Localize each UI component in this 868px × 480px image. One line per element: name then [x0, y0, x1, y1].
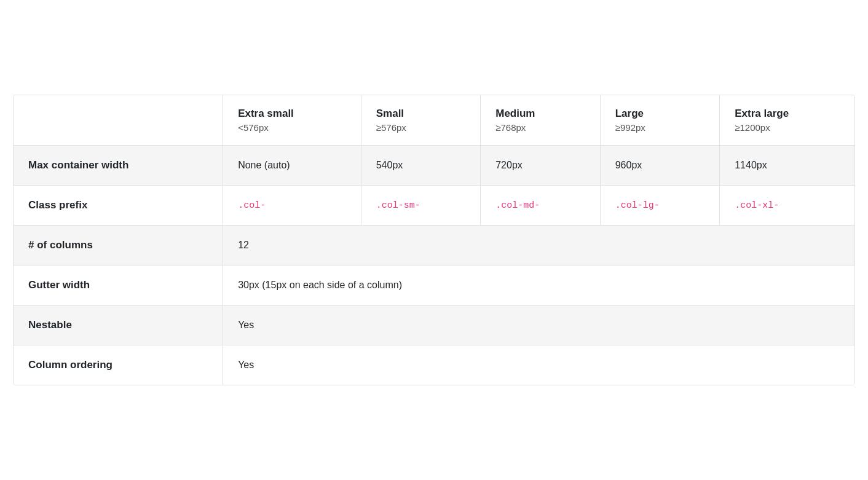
table-row-max-container-width: Max container widthNone (auto)540px720px…: [14, 146, 854, 186]
row-cell-max-container-width-4: 1140px: [720, 146, 854, 186]
row-cell-class-prefix-2: .col-md-: [481, 186, 601, 226]
header-medium: Medium ≥768px: [481, 95, 601, 146]
row-header-num-of-columns: # of columns: [14, 226, 223, 266]
row-cell-max-container-width-0: None (auto): [223, 146, 361, 186]
table-header-row: Extra small <576px Small ≥576px Medium ≥…: [14, 95, 854, 146]
row-cell-nestable: Yes: [223, 305, 854, 345]
row-header-gutter-width: Gutter width: [14, 266, 223, 305]
grid-table: Extra small <576px Small ≥576px Medium ≥…: [14, 95, 854, 385]
row-cell-class-prefix-1: .col-sm-: [361, 186, 481, 226]
row-header-class-prefix: Class prefix: [14, 186, 223, 226]
row-header-nestable: Nestable: [14, 305, 223, 345]
table-body: Max container widthNone (auto)540px720px…: [14, 146, 854, 385]
header-extra-large: Extra large ≥1200px: [720, 95, 854, 146]
header-extra-small: Extra small <576px: [223, 95, 361, 146]
row-header-max-container-width: Max container width: [14, 146, 223, 186]
table-row-column-ordering: Column orderingYes: [14, 345, 854, 385]
table-row-nestable: NestableYes: [14, 305, 854, 345]
row-cell-class-prefix-3: .col-lg-: [600, 186, 720, 226]
row-cell-class-prefix-0: .col-: [223, 186, 361, 226]
header-large: Large ≥992px: [600, 95, 720, 146]
header-small: Small ≥576px: [361, 95, 481, 146]
row-cell-max-container-width-3: 960px: [600, 146, 720, 186]
row-cell-num-of-columns: 12: [223, 226, 854, 266]
table-row-gutter-width: Gutter width30px (15px on each side of a…: [14, 266, 854, 305]
table-row-class-prefix: Class prefix.col-.col-sm-.col-md-.col-lg…: [14, 186, 854, 226]
row-cell-max-container-width-2: 720px: [481, 146, 601, 186]
table-row-num-of-columns: # of columns12: [14, 226, 854, 266]
row-cell-max-container-width-1: 540px: [361, 146, 481, 186]
grid-table-wrapper: Extra small <576px Small ≥576px Medium ≥…: [13, 95, 855, 385]
header-empty-cell: [14, 95, 223, 146]
row-header-column-ordering: Column ordering: [14, 345, 223, 385]
row-cell-column-ordering: Yes: [223, 345, 854, 385]
row-cell-gutter-width: 30px (15px on each side of a column): [223, 266, 854, 305]
row-cell-class-prefix-4: .col-xl-: [720, 186, 854, 226]
